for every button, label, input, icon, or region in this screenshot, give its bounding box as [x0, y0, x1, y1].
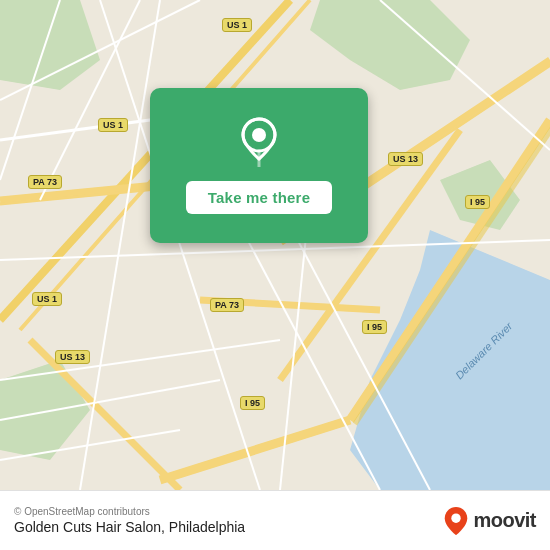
osm-credit: © OpenStreetMap contributors [14, 506, 245, 517]
moovit-logo: moovit [443, 506, 536, 536]
road-label-i95-bottom: I 95 [362, 320, 387, 334]
map-container: Delaware River US 1 US 1 US 1 US 13 US 1… [0, 0, 550, 490]
road-label-us1-mid: US 1 [98, 118, 128, 132]
road-label-us13-right: US 13 [388, 152, 423, 166]
road-label-i95-far: I 95 [240, 396, 265, 410]
svg-point-36 [452, 513, 461, 522]
moovit-pin-icon [443, 506, 469, 536]
info-bar: © OpenStreetMap contributors Golden Cuts… [0, 490, 550, 550]
location-pin-icon [234, 117, 284, 167]
location-info: © OpenStreetMap contributors Golden Cuts… [14, 506, 245, 535]
road-label-us1-left: US 1 [32, 292, 62, 306]
road-label-pa73-left: PA 73 [28, 175, 62, 189]
moovit-label: moovit [473, 509, 536, 532]
road-label-us1-top: US 1 [222, 18, 252, 32]
location-name: Golden Cuts Hair Salon, Philadelphia [14, 519, 245, 535]
road-label-us13-bottom: US 13 [55, 350, 90, 364]
road-label-pa73-bottom: PA 73 [210, 298, 244, 312]
road-label-i95-right: I 95 [465, 195, 490, 209]
svg-point-35 [252, 128, 266, 142]
take-me-there-button[interactable]: Take me there [186, 181, 332, 214]
destination-card: Take me there [150, 88, 368, 243]
